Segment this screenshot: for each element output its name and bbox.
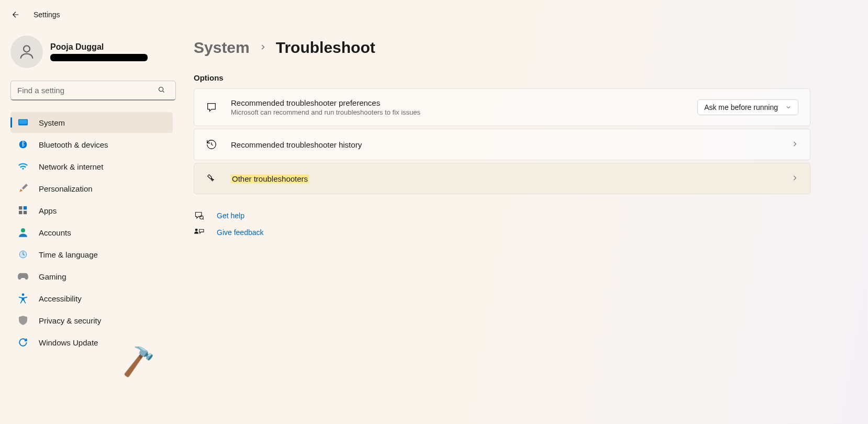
svg-point-9 bbox=[21, 228, 25, 232]
preferences-dropdown[interactable]: Ask me before running bbox=[697, 99, 798, 115]
sidebar-item-personalization[interactable]: Personalization bbox=[10, 178, 173, 199]
section-title: Options bbox=[194, 73, 810, 82]
shield-icon bbox=[18, 315, 28, 326]
sidebar-item-time-language[interactable]: Time & language bbox=[10, 244, 173, 265]
sidebar: Pooja Duggal System Bluetooth & devic bbox=[0, 25, 178, 363]
bluetooth-icon bbox=[18, 139, 28, 150]
svg-point-1 bbox=[159, 87, 163, 92]
give-feedback-link[interactable]: Give feedback bbox=[194, 228, 810, 237]
chevron-right-icon bbox=[791, 174, 798, 183]
brush-icon bbox=[18, 183, 28, 194]
search-box[interactable] bbox=[10, 81, 173, 101]
clock-globe-icon bbox=[18, 249, 28, 260]
svg-rect-8 bbox=[24, 211, 27, 214]
card-other-troubleshooters[interactable]: Other troubleshooters bbox=[194, 163, 810, 194]
sidebar-item-label: Personalization bbox=[39, 184, 93, 193]
get-help-link[interactable]: Get help bbox=[194, 211, 810, 220]
card-title: Recommended troubleshooter history bbox=[231, 140, 777, 149]
profile-block[interactable]: Pooja Duggal bbox=[10, 36, 173, 68]
card-title: Other troubleshooters bbox=[231, 174, 309, 183]
avatar bbox=[10, 36, 43, 68]
nav: System Bluetooth & devices Network & int… bbox=[10, 112, 173, 353]
search-input[interactable] bbox=[10, 81, 176, 101]
sidebar-item-label: Time & language bbox=[39, 250, 98, 259]
svg-rect-7 bbox=[19, 211, 22, 214]
chevron-right-icon bbox=[791, 140, 798, 149]
svg-point-11 bbox=[22, 293, 25, 296]
display-icon bbox=[18, 117, 28, 128]
sidebar-item-label: Accounts bbox=[39, 228, 71, 237]
apps-icon bbox=[18, 205, 28, 216]
sidebar-item-system[interactable]: System bbox=[10, 112, 173, 133]
sidebar-item-bluetooth[interactable]: Bluetooth & devices bbox=[10, 134, 173, 155]
sidebar-item-label: Privacy & security bbox=[39, 316, 101, 325]
chevron-down-icon bbox=[785, 104, 792, 110]
sidebar-item-label: Network & internet bbox=[39, 162, 103, 171]
sidebar-item-label: System bbox=[39, 118, 65, 127]
svg-rect-6 bbox=[24, 206, 27, 209]
wrench-icon bbox=[206, 173, 217, 184]
sidebar-item-apps[interactable]: Apps bbox=[10, 200, 173, 221]
main-panel: System Troubleshoot Options Recommended … bbox=[178, 25, 868, 363]
svg-point-4 bbox=[19, 141, 27, 149]
breadcrumb: System Troubleshoot bbox=[194, 39, 810, 57]
breadcrumb-parent[interactable]: System bbox=[194, 39, 250, 57]
person-icon bbox=[18, 43, 36, 61]
sidebar-item-label: Windows Update bbox=[39, 338, 98, 347]
card-subtitle: Microsoft can recommend and run troubles… bbox=[231, 108, 684, 116]
link-label: Get help bbox=[217, 211, 244, 220]
accessibility-icon bbox=[18, 293, 28, 304]
sidebar-item-windows-update[interactable]: Windows Update bbox=[10, 332, 173, 353]
history-icon bbox=[206, 139, 217, 150]
sidebar-item-gaming[interactable]: Gaming bbox=[10, 266, 173, 287]
breadcrumb-current: Troubleshoot bbox=[276, 39, 375, 57]
back-button[interactable] bbox=[10, 9, 21, 20]
dropdown-value: Ask me before running bbox=[704, 103, 778, 111]
card-title: Recommended troubleshooter preferences bbox=[231, 98, 684, 107]
sidebar-item-network[interactable]: Network & internet bbox=[10, 156, 173, 177]
sidebar-item-label: Apps bbox=[39, 206, 57, 215]
sidebar-item-accessibility[interactable]: Accessibility bbox=[10, 288, 173, 309]
sidebar-item-privacy[interactable]: Privacy & security bbox=[10, 310, 173, 331]
search-icon bbox=[158, 86, 165, 95]
svg-point-13 bbox=[195, 229, 198, 231]
chevron-right-icon bbox=[259, 43, 266, 52]
arrow-left-icon bbox=[11, 10, 20, 19]
chat-icon bbox=[206, 102, 217, 113]
svg-rect-5 bbox=[19, 206, 22, 209]
help-icon bbox=[194, 211, 204, 220]
gamepad-icon bbox=[18, 271, 28, 282]
sidebar-item-label: Bluetooth & devices bbox=[39, 140, 108, 149]
sidebar-item-label: Accessibility bbox=[39, 294, 82, 303]
account-icon bbox=[18, 227, 28, 238]
app-title: Settings bbox=[34, 10, 60, 19]
link-label: Give feedback bbox=[217, 228, 264, 237]
profile-name: Pooja Duggal bbox=[50, 42, 148, 52]
profile-email-redacted bbox=[50, 54, 148, 61]
svg-point-0 bbox=[24, 46, 30, 52]
card-troubleshooter-history[interactable]: Recommended troubleshooter history bbox=[194, 129, 810, 160]
wifi-icon bbox=[18, 161, 28, 172]
update-icon bbox=[18, 337, 28, 348]
sidebar-item-accounts[interactable]: Accounts bbox=[10, 222, 173, 243]
sidebar-item-label: Gaming bbox=[39, 272, 66, 281]
card-troubleshooter-preferences[interactable]: Recommended troubleshooter preferences M… bbox=[194, 88, 810, 126]
svg-rect-3 bbox=[19, 120, 27, 124]
feedback-icon bbox=[194, 228, 204, 237]
